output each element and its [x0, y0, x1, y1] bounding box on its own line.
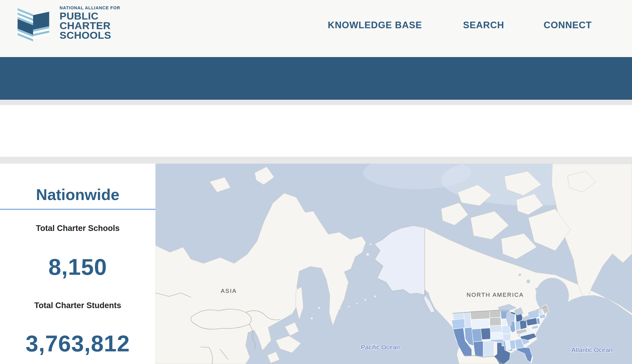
- divider-strip-top: [0, 100, 632, 105]
- pacific-ocean-label: Pacific Ocean: [361, 344, 400, 350]
- choropleth-map[interactable]: ASIA NORTH AMERICA Pacific Ocean Atlanti…: [155, 164, 632, 364]
- divider-strip-bottom: [0, 157, 632, 164]
- total-schools-value: 8,150: [0, 254, 155, 280]
- nav-connect[interactable]: CONNECT: [544, 20, 592, 31]
- sub-navbar: Explore Data Directory Subscribe: [0, 57, 632, 100]
- north-america-label: NORTH AMERICA: [467, 292, 524, 298]
- logo-title-line1: PUBLIC: [60, 11, 120, 21]
- asia-label: ASIA: [221, 288, 237, 294]
- filter-bar: State All School Year 2022-23 Management…: [0, 105, 632, 157]
- total-students-label: Total Charter Students: [0, 301, 155, 310]
- nav-knowledge-base[interactable]: KNOWLEDGE BASE: [328, 20, 422, 31]
- panel-underline: [0, 209, 155, 210]
- total-students-value: 3,763,812: [0, 330, 155, 356]
- logo-title-line2: CHARTER: [60, 21, 120, 30]
- logo-book-icon: [14, 4, 52, 44]
- map-canvas[interactable]: ASIA NORTH AMERICA Pacific Ocean Atlanti…: [155, 164, 632, 364]
- stats-panel: Nationwide Total Charter Schools 8,150 T…: [0, 164, 155, 364]
- site-logo[interactable]: NATIONAL ALLIANCE FOR PUBLIC CHARTER SCH…: [14, 4, 120, 44]
- nav-search[interactable]: SEARCH: [463, 20, 504, 31]
- logo-wordmark: NATIONAL ALLIANCE FOR PUBLIC CHARTER SCH…: [60, 4, 120, 40]
- total-schools-label: Total Charter Schools: [0, 224, 155, 233]
- atlantic-ocean-label: Atlantic Ocean: [572, 346, 613, 353]
- site-header: NATIONAL ALLIANCE FOR PUBLIC CHARTER SCH…: [0, 0, 632, 57]
- logo-title-line3: SCHOOLS: [60, 30, 120, 40]
- region-title: Nationwide: [0, 186, 155, 204]
- logo-tagline: NATIONAL ALLIANCE FOR: [60, 5, 120, 10]
- dashboard-content: Nationwide Total Charter Schools 8,150 T…: [0, 164, 632, 364]
